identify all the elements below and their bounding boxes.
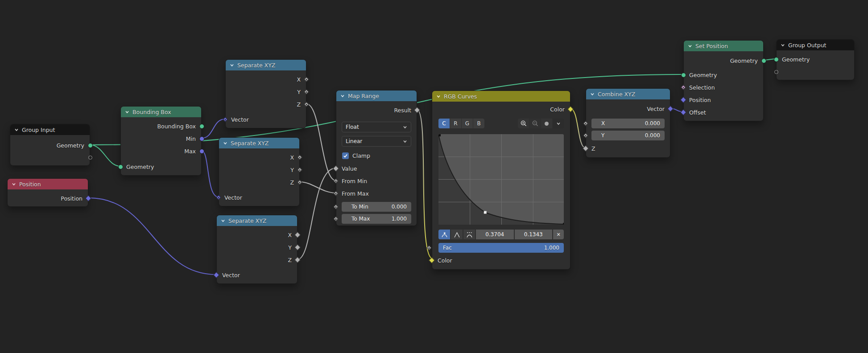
- node-header[interactable]: RGB Curves: [432, 91, 570, 102]
- delete-point-button[interactable]: ✕: [553, 230, 564, 239]
- node-separate-xyz-3[interactable]: Separate XYZ X Y Z Vector: [216, 215, 298, 284]
- boundingbox-output-socket[interactable]: [198, 123, 205, 129]
- color-input-socket[interactable]: [429, 257, 435, 263]
- channel-r-button[interactable]: R: [450, 119, 461, 128]
- clamp-checkbox[interactable]: [342, 152, 349, 159]
- geometry-output-socket[interactable]: [761, 57, 767, 64]
- link-max-separate2: [202, 151, 219, 197]
- data-type-dropdown[interactable]: Float: [342, 122, 411, 132]
- selection-input-socket[interactable]: [680, 84, 686, 90]
- geometry-input-socket[interactable]: [680, 72, 686, 78]
- to-min-input-socket[interactable]: [333, 204, 339, 210]
- x-output-socket[interactable]: [303, 76, 310, 82]
- from-max-input-socket[interactable]: [333, 190, 339, 197]
- collapse-chevron-icon[interactable]: [223, 141, 227, 145]
- result-output-socket[interactable]: [414, 107, 420, 113]
- to-max-field[interactable]: To Max 1.000: [342, 214, 411, 224]
- vector-input-socket[interactable]: [222, 116, 228, 123]
- node-group-input[interactable]: Group Input Geometry: [10, 124, 90, 166]
- zoom-out-button[interactable]: [529, 119, 541, 128]
- auto-handle-button[interactable]: [438, 230, 450, 239]
- node-header[interactable]: Separate XYZ: [226, 60, 306, 70]
- z-input-socket[interactable]: [583, 145, 589, 152]
- geometry-input-socket[interactable]: [117, 164, 124, 170]
- point-x-field[interactable]: 0.3704: [476, 230, 514, 239]
- channel-b-button[interactable]: B: [473, 119, 484, 128]
- max-output-socket[interactable]: [198, 148, 205, 154]
- position-output-socket[interactable]: [85, 195, 91, 201]
- x-field[interactable]: X 0.000: [591, 119, 665, 128]
- node-header[interactable]: Bounding Box: [121, 107, 201, 117]
- node-header[interactable]: Separate XYZ: [219, 138, 299, 148]
- virtual-output-socket[interactable]: [87, 155, 93, 161]
- z-output-socket[interactable]: [297, 179, 303, 185]
- node-header[interactable]: Group Output: [777, 40, 854, 50]
- node-separate-xyz-2[interactable]: Separate XYZ X Y Z Vector: [219, 137, 300, 206]
- node-group-output[interactable]: Group Output Geometry: [776, 39, 855, 80]
- node-header[interactable]: Set Position: [684, 41, 763, 51]
- collapse-chevron-icon[interactable]: [230, 63, 234, 67]
- node-header[interactable]: Position: [8, 179, 88, 189]
- node-editor-canvas[interactable]: Group Input Geometry Position Position: [0, 0, 868, 353]
- value-input-socket[interactable]: [333, 165, 339, 172]
- node-combine-xyz[interactable]: Combine XYZ Vector X 0.000 Y 0.000: [586, 88, 670, 158]
- collapse-chevron-icon[interactable]: [781, 43, 785, 47]
- node-position[interactable]: Position Position: [7, 178, 88, 207]
- virtual-input-socket[interactable]: [773, 69, 779, 75]
- collapse-chevron-icon[interactable]: [221, 218, 225, 223]
- clipping-options-button[interactable]: [541, 119, 552, 128]
- y-input-socket[interactable]: [583, 132, 589, 139]
- channel-g-button[interactable]: G: [462, 119, 473, 128]
- node-map-range[interactable]: Map Range Result Float Linear Clamp Valu…: [336, 90, 417, 226]
- x-output-socket[interactable]: [294, 232, 301, 238]
- interpolation-dropdown[interactable]: Linear: [342, 136, 411, 147]
- node-header[interactable]: Combine XYZ: [586, 89, 670, 99]
- node-header[interactable]: Group Input: [10, 124, 90, 135]
- x-output-socket[interactable]: [297, 154, 303, 160]
- z-output-socket[interactable]: [303, 101, 310, 107]
- fac-slider[interactable]: Fac 1.000: [438, 243, 564, 253]
- offset-input-socket[interactable]: [680, 109, 686, 115]
- to-min-field[interactable]: To Min 0.000: [342, 202, 411, 212]
- vector-output-socket[interactable]: [667, 106, 674, 112]
- node-set-position[interactable]: Set Position Geometry Geometry Selection…: [683, 40, 764, 121]
- collapse-chevron-icon[interactable]: [14, 127, 19, 132]
- y-output-socket[interactable]: [297, 167, 303, 173]
- node-header[interactable]: Separate XYZ: [217, 215, 297, 226]
- vector-input-socket[interactable]: [213, 272, 219, 278]
- collapse-chevron-icon[interactable]: [340, 94, 345, 98]
- geometry-output-socket[interactable]: [87, 142, 93, 148]
- z-output-socket[interactable]: [294, 257, 301, 263]
- node-rgb-curves[interactable]: RGB Curves Color C R G B: [432, 90, 570, 270]
- point-y-field[interactable]: 0.1343: [515, 230, 553, 239]
- min-output-socket[interactable]: [198, 135, 205, 142]
- vector-input-socket[interactable]: [215, 194, 222, 201]
- curve-editor[interactable]: [438, 134, 564, 226]
- node-bounding-box[interactable]: Bounding Box Bounding Box Min Max Geomet…: [120, 106, 202, 176]
- curve-point-selected[interactable]: [484, 211, 487, 214]
- x-input-socket[interactable]: [583, 120, 589, 127]
- collapse-chevron-icon[interactable]: [590, 92, 595, 96]
- node-separate-xyz-1[interactable]: Separate XYZ X Y Z Vector: [225, 59, 306, 128]
- node-header[interactable]: Map Range: [336, 90, 417, 101]
- channel-c-button[interactable]: C: [438, 119, 450, 128]
- color-output-socket[interactable]: [567, 106, 574, 112]
- collapse-chevron-icon[interactable]: [125, 110, 129, 114]
- collapse-chevron-icon[interactable]: [688, 44, 692, 48]
- y-output-socket[interactable]: [294, 244, 301, 250]
- vector-handle-button[interactable]: [451, 230, 463, 239]
- position-input-socket[interactable]: [680, 97, 686, 103]
- curve-options-button[interactable]: [553, 119, 564, 128]
- fac-input-socket[interactable]: [426, 245, 432, 251]
- geometry-input-socket[interactable]: [773, 56, 779, 62]
- y-field[interactable]: Y 0.000: [591, 131, 665, 140]
- zoom-in-button[interactable]: [518, 119, 529, 128]
- curve-point-start[interactable]: [438, 134, 441, 136]
- from-min-input-socket[interactable]: [333, 178, 339, 184]
- curve-point-end[interactable]: [563, 223, 564, 225]
- collapse-chevron-icon[interactable]: [12, 182, 16, 186]
- y-output-socket[interactable]: [303, 89, 310, 95]
- collapse-chevron-icon[interactable]: [436, 94, 441, 99]
- to-max-input-socket[interactable]: [333, 216, 339, 222]
- auto-clamped-handle-button[interactable]: [463, 230, 475, 239]
